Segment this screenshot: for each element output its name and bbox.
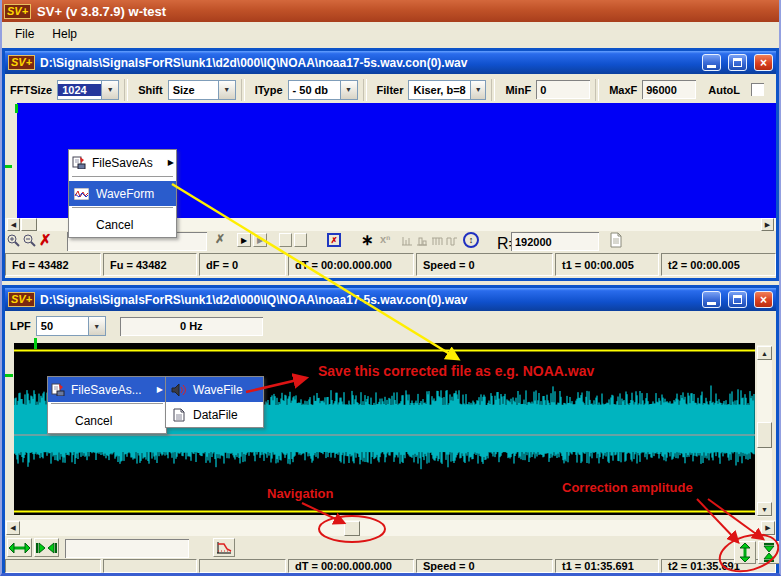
app-window: SV+ SV+ (v 3.8.7.9) w-test File Help SV+… — [0, 0, 781, 576]
wave-save-submenu: WaveFile DataFile — [165, 376, 264, 428]
menu-item-wavefile[interactable]: WaveFile — [166, 377, 263, 402]
lpf-label: LPF — [10, 320, 31, 332]
save-file-icon — [51, 383, 66, 396]
window-icon: SV+ — [8, 55, 35, 70]
report-icon[interactable] — [609, 232, 623, 248]
chevron-down-icon[interactable]: ▼ — [101, 81, 118, 99]
menu-file[interactable]: File — [6, 24, 43, 44]
annotation-navigation: Navigation — [267, 486, 333, 501]
menu-item-cancel[interactable]: Cancel — [69, 212, 176, 237]
delete-selection-icon[interactable]: ✗ — [39, 231, 52, 249]
cursor-marker-top — [34, 338, 37, 349]
h-compress-icon[interactable] — [34, 538, 59, 557]
scroll-up-icon[interactable]: ▲ — [757, 346, 772, 360]
minf-label: MinF — [505, 84, 531, 96]
document-icon — [169, 408, 188, 422]
filter-response-icon[interactable] — [213, 538, 235, 557]
itype-combo[interactable]: - 50 db ▼ — [288, 80, 358, 100]
status-dt: dT = 00:00.000.000 — [288, 253, 414, 276]
status-speed: Speed = 0 — [416, 253, 553, 276]
waveform-window: SV+ D:\Signals\SignalsForRS\unk1\d2d\000… — [2, 285, 779, 576]
save-file-icon — [72, 156, 87, 169]
zoom-out-icon[interactable] — [22, 233, 37, 248]
scroll-right-icon[interactable]: ▶ — [761, 218, 774, 231]
minimize-button[interactable] — [702, 291, 721, 308]
scroll-left-icon[interactable]: ◀ — [6, 521, 20, 535]
menubar: File Help — [0, 22, 781, 45]
erase-block-icon[interactable]: ✗ — [327, 233, 341, 247]
chevron-down-icon[interactable]: ▼ — [470, 81, 486, 99]
shift-combo[interactable]: Size ▼ — [168, 80, 236, 100]
status-fd: Fd = 43482 — [5, 253, 101, 276]
h-expand-icon[interactable] — [7, 538, 32, 557]
spectrum-window-titlebar[interactable]: SV+ D:\Signals\SignalsForRS\unk1\d2d\000… — [5, 51, 776, 74]
histogram-icon — [416, 234, 428, 246]
chevron-down-icon[interactable]: ▼ — [88, 317, 105, 335]
navigation-scrollbar[interactable] — [5, 520, 776, 536]
autol-label: AutoL — [708, 84, 740, 96]
filter-combo[interactable]: Kiser, b=8 ▼ — [408, 80, 486, 100]
scroll-down-icon[interactable]: ▼ — [757, 502, 772, 516]
close-button[interactable]: × — [754, 54, 773, 71]
play-selection-icon[interactable]: ▶ — [253, 233, 267, 247]
annotation-save-note: Save this corrected file as e.g. NOAA.wa… — [318, 363, 594, 379]
wave-position-field[interactable] — [65, 539, 189, 558]
waveform-window-titlebar[interactable]: SV+ D:\Signals\SignalsForRS\unk1\d2d\000… — [5, 288, 776, 311]
menu-item-filesaveas[interactable]: FileSaveAs ▶ — [69, 150, 176, 175]
v-expand-icon[interactable] — [734, 541, 756, 564]
power-icon: xⁿ — [380, 233, 390, 245]
status-empty-2 — [103, 559, 197, 573]
block-start-icon[interactable] — [279, 233, 292, 247]
maxf-label: MaxF — [609, 84, 637, 96]
autol-checkbox[interactable] — [751, 83, 764, 96]
minf-field[interactable]: 0 — [536, 80, 590, 99]
menu-item-datafile[interactable]: DataFile — [166, 402, 263, 427]
status-df: dF = 0 — [199, 253, 286, 276]
autoscale-icon[interactable]: ↕ — [463, 232, 479, 248]
maximize-button[interactable] — [728, 54, 747, 71]
scroll-thumb[interactable] — [21, 218, 37, 231]
main-titlebar[interactable]: SV+ SV+ (v 3.8.7.9) w-test — [0, 0, 781, 22]
chevron-down-icon[interactable]: ▼ — [340, 81, 357, 99]
navigation-thumb[interactable] — [344, 521, 360, 536]
scroll-right-icon[interactable]: ▶ — [761, 521, 775, 535]
menu-item-cancel[interactable]: Cancel — [48, 408, 166, 433]
v-compress-icon[interactable] — [758, 541, 780, 564]
cut-marks-icon[interactable]: ✗ — [215, 232, 225, 246]
maxf-field[interactable]: 96000 — [642, 80, 696, 99]
itype-label: IType — [255, 84, 283, 96]
vscroll-thumb[interactable] — [757, 422, 772, 448]
peak-marker-icon[interactable]: ∗ — [361, 231, 374, 249]
block-end-icon[interactable] — [294, 233, 307, 247]
cursor-marker-left — [5, 374, 13, 377]
play-icon[interactable]: ▶ — [237, 233, 251, 247]
shift-label: Shift — [138, 84, 162, 96]
spectrum-window: SV+ D:\Signals\SignalsForRS\unk1\d2d\000… — [2, 48, 779, 281]
menu-help[interactable]: Help — [43, 24, 86, 44]
cursor-marker-left — [5, 165, 12, 168]
status-speed: Speed = 0 — [416, 559, 553, 573]
scroll-left-icon[interactable]: ◀ — [7, 218, 20, 231]
wave-context-menu: FileSaveAs... ▶ Cancel — [47, 376, 167, 434]
samplerate-field[interactable]: 192000 — [511, 232, 599, 251]
maximize-button[interactable] — [728, 291, 747, 308]
minimize-button[interactable] — [702, 54, 721, 71]
chevron-down-icon[interactable]: ▼ — [218, 81, 235, 99]
fftsize-combo[interactable]: 1024 ▼ — [57, 80, 119, 100]
window-title: D:\Signals\SignalsForRS\unk1\d2d\000\IQ\… — [40, 293, 695, 307]
cursor-marker-top — [15, 104, 18, 113]
status-dt: dT = 00:00.000.000 — [288, 559, 414, 573]
spectrum-statusbar: Fd = 43482 Fu = 43482 dF = 0 dT = 00:00.… — [5, 253, 776, 276]
menu-item-waveform[interactable]: WaveForm — [69, 181, 176, 206]
wave-tools-toolbar — [5, 538, 776, 558]
app-icon: SV+ — [4, 4, 31, 19]
status-fu: Fu = 43482 — [103, 253, 197, 276]
zoom-in-icon[interactable] — [6, 233, 21, 248]
menu-item-filesaveas[interactable]: FileSaveAs... ▶ — [48, 377, 166, 402]
comb-icon — [431, 234, 443, 246]
lpf-combo[interactable]: 50 ▼ — [36, 316, 106, 336]
status-empty-1 — [5, 559, 101, 573]
status-t2: t2 = 00:00.005 — [661, 253, 776, 276]
close-button[interactable]: × — [754, 291, 773, 308]
status-empty-3 — [199, 559, 286, 573]
